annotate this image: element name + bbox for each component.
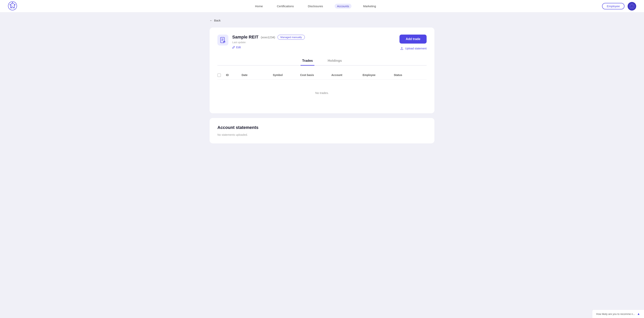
- nav-certifications[interactable]: Certifications: [274, 4, 296, 9]
- back-label: Back: [214, 19, 220, 22]
- col-account: Account: [331, 74, 362, 77]
- col-symbol: Symbol: [273, 74, 300, 77]
- tab-trades[interactable]: Trades: [300, 57, 314, 66]
- main-content: ← Back $ Sample REIT: [205, 13, 439, 150]
- col-cost-basis: Cost basis: [300, 74, 331, 77]
- card-header: $ Sample REIT (xxxx1234) Managed manuall…: [218, 35, 426, 50]
- employee-button[interactable]: Employee: [602, 3, 624, 9]
- navbar: Home Certifications Disclosures Accounts…: [0, 0, 644, 13]
- select-all-checkbox[interactable]: [218, 74, 221, 77]
- select-all-cell: [218, 74, 226, 77]
- last-update: Last update:: [232, 41, 305, 44]
- upload-statement-link[interactable]: Upload statement: [400, 47, 426, 50]
- nav-accounts[interactable]: Accounts: [335, 4, 352, 9]
- col-date: Date: [242, 74, 273, 77]
- nav-links: Home Certifications Disclosures Accounts…: [29, 4, 602, 9]
- svg-marker-16: [630, 4, 633, 7]
- feedback-label: How likely are you to recomme n...: [596, 312, 635, 315]
- trades-table: ID Date Symbol Cost basis Account Employ…: [218, 71, 426, 106]
- nav-marketing[interactable]: Marketing: [361, 4, 378, 9]
- account-title: Sample REIT (xxxx1234) Managed manually: [232, 35, 305, 40]
- navbar-right: Employee: [602, 2, 636, 11]
- no-trades-message: No trades.: [218, 80, 426, 106]
- account-info: Sample REIT (xxxx1234) Managed manually …: [232, 35, 305, 49]
- back-link[interactable]: ← Back: [210, 19, 220, 22]
- account-icon: $: [218, 35, 228, 46]
- account-id: (xxxx1234): [261, 36, 275, 39]
- nav-disclosures[interactable]: Disclosures: [306, 4, 325, 9]
- svg-point-20: [631, 7, 631, 8]
- nav-home[interactable]: Home: [253, 4, 265, 9]
- statements-title: Account statements: [218, 125, 426, 130]
- col-employee: Employee: [362, 74, 394, 77]
- logo[interactable]: [8, 1, 17, 11]
- svg-text:$: $: [224, 41, 225, 43]
- feedback-bar[interactable]: How likely are you to recomme n... ▲: [592, 309, 644, 318]
- avatar[interactable]: [628, 2, 636, 11]
- back-arrow: ←: [210, 19, 212, 22]
- edit-link[interactable]: Edit: [232, 46, 305, 49]
- tab-holdings[interactable]: Holdings: [326, 57, 344, 66]
- col-id: ID: [226, 74, 242, 77]
- col-status: Status: [394, 74, 417, 77]
- svg-point-21: [630, 5, 631, 6]
- account-card: $ Sample REIT (xxxx1234) Managed manuall…: [210, 28, 434, 113]
- no-statements-message: No statements uploaded.: [218, 133, 426, 136]
- card-header-right: Add trade Upload statement: [400, 35, 426, 50]
- svg-point-19: [633, 7, 633, 8]
- svg-line-7: [12, 3, 15, 5]
- statements-card: Account statements No statements uploade…: [210, 118, 434, 143]
- feedback-chevron: ▲: [637, 312, 640, 316]
- add-trade-button[interactable]: Add trade: [400, 35, 426, 44]
- tabs: Trades Holdings: [218, 57, 426, 66]
- managed-badge: Managed manually: [278, 35, 305, 40]
- card-header-left: $ Sample REIT (xxxx1234) Managed manuall…: [218, 35, 305, 49]
- svg-point-17: [632, 4, 632, 5]
- svg-point-18: [633, 5, 634, 6]
- table-header: ID Date Symbol Cost basis Account Employ…: [218, 71, 426, 80]
